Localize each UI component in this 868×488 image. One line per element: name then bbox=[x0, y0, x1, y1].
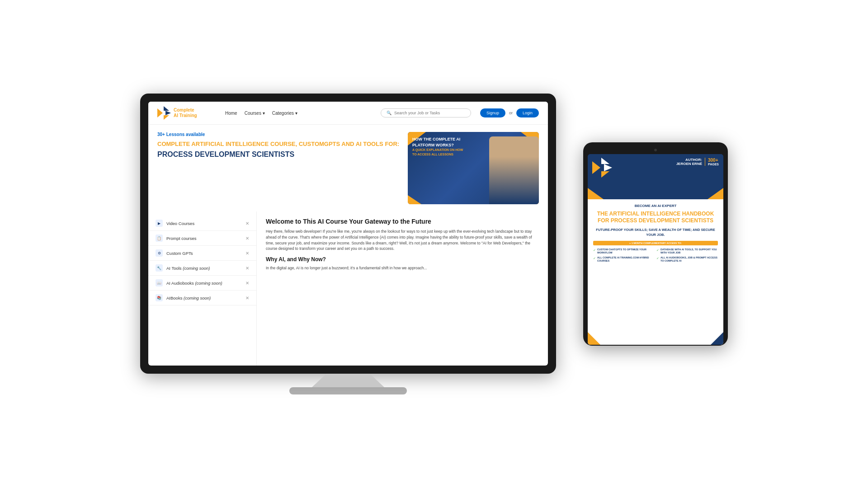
article-body: Hey there, fellow web developer! If you'… bbox=[266, 229, 539, 252]
sidebar-label-ai-tools: AI Tools (coming soon) bbox=[166, 266, 242, 271]
nav-bar: Complete AI Training Home Courses ▾ Cate… bbox=[148, 102, 548, 125]
tablet-main-title: THE ARTIFICIAL INTELLIGENCE HANDBOOK FOR… bbox=[593, 211, 718, 224]
logo-line1: Complete bbox=[174, 108, 197, 113]
logo-line2: AI Training bbox=[174, 113, 197, 118]
tablet-features: ✓ CUSTOM CHATGPTS TO OPTIMIZE YOUR WORKF… bbox=[593, 248, 718, 263]
tablet-author-label: AUTHOR: bbox=[676, 158, 702, 162]
tablet-pages-suffix: PAGES bbox=[708, 163, 719, 166]
tablet-feature-text-1: DATABASE WITH AI TOOLS, TO SUPPORT YOU W… bbox=[660, 248, 718, 254]
article-h2: Why AI, and Why Now? bbox=[266, 256, 539, 263]
sidebar-item-ai-audiobooks[interactable]: 📖 AI Audiobooks (coming soon) ✕ bbox=[148, 276, 256, 291]
imac-screen: Complete AI Training Home Courses ▾ Cate… bbox=[148, 102, 548, 366]
sidebar-item-prompt-courses[interactable]: 📋 Prompt courses ✕ bbox=[148, 231, 256, 246]
logo-area: Complete AI Training bbox=[157, 106, 212, 120]
ai-books-icon: 📚 bbox=[156, 294, 163, 301]
svg-marker-7 bbox=[604, 164, 612, 171]
tablet-feature-text-2: ALL COMPLETE AI TRAINING.COM HYBRID COUR… bbox=[597, 256, 655, 263]
tablet-tri-br bbox=[708, 188, 723, 199]
sidebar-item-ai-books[interactable]: 📚 AIBooks (coming soon) ✕ bbox=[148, 291, 256, 305]
sidebar-label-ai-books: AIBooks (coming soon) bbox=[166, 296, 242, 300]
tablet-pages-count: 300+ bbox=[708, 158, 719, 163]
scene: Complete AI Training Home Courses ▾ Cate… bbox=[0, 0, 868, 488]
article-title: Welcome to This AI Course Your Gateway t… bbox=[266, 218, 539, 225]
tablet-wrapper: AUTHOR: JEROEN ERNÉ 300+ PAGES BECOME bbox=[583, 142, 728, 346]
corner-tri-bl bbox=[408, 195, 421, 204]
sidebar-item-custom-gpts[interactable]: ⚙ Custom GPTs ✕ bbox=[148, 246, 256, 261]
hero-title-blue: PROCESS DEVELOPMENT SCIENTISTS bbox=[157, 150, 401, 159]
video-title: HOW THE COMPLETE AI PLATFORM WORKS? bbox=[412, 136, 467, 148]
tablet-feature-text-0: CUSTOM CHATGPTS TO OPTIMIZE YOUR WORKFLO… bbox=[597, 248, 655, 254]
tablet-author-area: AUTHOR: JEROEN ERNÉ 300+ PAGES bbox=[676, 158, 719, 166]
check-icon-3: ✓ bbox=[656, 257, 659, 260]
tablet-body: AUTHOR: JEROEN ERNÉ 300+ PAGES BECOME bbox=[583, 142, 728, 346]
website: Complete AI Training Home Courses ▾ Cate… bbox=[148, 102, 548, 366]
custom-gpts-icon: ⚙ bbox=[156, 249, 163, 257]
tablet-screen: AUTHOR: JEROEN ERNÉ 300+ PAGES BECOME bbox=[588, 154, 723, 345]
signup-button[interactable]: Signup bbox=[480, 108, 505, 117]
hero-right: HOW THE COMPLETE AI PLATFORM WORKS? A QU… bbox=[408, 132, 539, 204]
sidebar-close-ai-books[interactable]: ✕ bbox=[245, 296, 249, 300]
sidebar-label-video-courses: Video Courses bbox=[166, 221, 242, 226]
sidebar-item-ai-tools[interactable]: 🔧 AI Tools (coming soon) ✕ bbox=[148, 261, 256, 276]
sidebar: ▶ Video Courses ✕ 📋 Prompt courses ✕ ⚙ bbox=[148, 211, 257, 366]
check-icon-1: ✓ bbox=[656, 249, 659, 252]
check-icon-2: ✓ bbox=[593, 257, 596, 260]
svg-marker-4 bbox=[592, 161, 600, 174]
main-content: ▶ Video Courses ✕ 📋 Prompt courses ✕ ⚙ bbox=[148, 211, 548, 366]
nav-courses[interactable]: Courses ▾ bbox=[245, 111, 265, 116]
search-icon: 🔍 bbox=[387, 111, 392, 115]
tablet-bottom-corners bbox=[588, 332, 723, 345]
sidebar-item-video-courses[interactable]: ▶ Video Courses ✕ bbox=[148, 216, 256, 231]
imac-stand bbox=[312, 374, 384, 387]
video-subtitle: A QUICK EXPLANATION ON HOW TO ACCESS ALL… bbox=[412, 148, 467, 157]
article-body-2: In the digital age, AI is no longer just… bbox=[266, 265, 539, 271]
ai-audiobooks-icon: 📖 bbox=[156, 279, 163, 286]
hero-title-orange: COMPLETE ARTIFICIAL INTELLIGENCE COURSE,… bbox=[157, 141, 401, 148]
tablet-corner-right bbox=[711, 332, 723, 345]
sidebar-close-custom-gpts[interactable]: ✕ bbox=[245, 251, 249, 256]
sidebar-label-prompt-courses: Prompt courses bbox=[166, 236, 242, 241]
tablet-author-name: JEROEN ERNÉ bbox=[676, 162, 702, 166]
person-silhouette bbox=[489, 136, 539, 204]
sidebar-label-ai-audiobooks: AI Audiobooks (coming soon) bbox=[166, 281, 242, 286]
tablet-feature-2: ✓ ALL COMPLETE AI TRAINING.COM HYBRID CO… bbox=[593, 256, 655, 263]
hero-section: 30+ Lessons available COMPLETE ARTIFICIA… bbox=[148, 125, 548, 211]
tablet-month-badge: + 1 MONTH COMPLEMENTARY ACCESS TO: bbox=[593, 241, 718, 245]
logo-icon bbox=[157, 106, 171, 120]
prompt-courses-icon: 📋 bbox=[156, 235, 163, 242]
hero-left: 30+ Lessons available COMPLETE ARTIFICIA… bbox=[157, 132, 401, 204]
nav-categories[interactable]: Categories ▾ bbox=[272, 111, 297, 116]
svg-marker-6 bbox=[601, 171, 609, 178]
sidebar-close-video-courses[interactable]: ✕ bbox=[245, 221, 249, 226]
sidebar-label-custom-gpts: Custom GPTs bbox=[166, 251, 242, 256]
svg-marker-1 bbox=[164, 106, 169, 111]
article-content: Welcome to This AI Course Your Gateway t… bbox=[257, 211, 548, 366]
svg-marker-3 bbox=[165, 111, 171, 115]
imac-wrapper: Complete AI Training Home Courses ▾ Cate… bbox=[140, 94, 556, 394]
check-icon-0: ✓ bbox=[593, 249, 596, 252]
login-button[interactable]: Login bbox=[516, 108, 539, 117]
svg-marker-2 bbox=[164, 115, 169, 120]
nav-links: Home Courses ▾ Categories ▾ bbox=[225, 111, 372, 116]
logo-text: Complete AI Training bbox=[174, 108, 197, 118]
nav-or: or bbox=[509, 111, 513, 115]
tablet-pages: 300+ PAGES bbox=[705, 158, 719, 166]
sidebar-close-ai-audiobooks[interactable]: ✕ bbox=[245, 281, 249, 286]
search-bar[interactable]: 🔍 bbox=[381, 108, 471, 117]
nav-buttons: Signup or Login bbox=[480, 108, 539, 117]
tablet-become-label: BECOME AN AI EXPERT bbox=[593, 204, 718, 208]
svg-marker-5 bbox=[601, 158, 609, 164]
imac-base bbox=[289, 387, 407, 394]
svg-marker-0 bbox=[157, 108, 163, 117]
sidebar-close-prompt-courses[interactable]: ✕ bbox=[245, 236, 249, 241]
nav-home[interactable]: Home bbox=[225, 111, 237, 116]
tablet-body-content: BECOME AN AI EXPERT THE ARTIFICIAL INTEL… bbox=[588, 199, 723, 345]
search-input[interactable] bbox=[394, 111, 465, 115]
tablet-tagline: FUTURE-PROOF YOUR SKILLS; SAVE A WEALTH … bbox=[593, 228, 718, 237]
imac-body: Complete AI Training Home Courses ▾ Cate… bbox=[140, 94, 556, 374]
ai-tools-icon: 🔧 bbox=[156, 264, 163, 272]
sidebar-close-ai-tools[interactable]: ✕ bbox=[245, 266, 249, 271]
video-thumbnail[interactable]: HOW THE COMPLETE AI PLATFORM WORKS? A QU… bbox=[408, 132, 539, 204]
tablet-feature-0: ✓ CUSTOM CHATGPTS TO OPTIMIZE YOUR WORKF… bbox=[593, 248, 655, 254]
tablet-author-info: AUTHOR: JEROEN ERNÉ bbox=[676, 158, 702, 166]
